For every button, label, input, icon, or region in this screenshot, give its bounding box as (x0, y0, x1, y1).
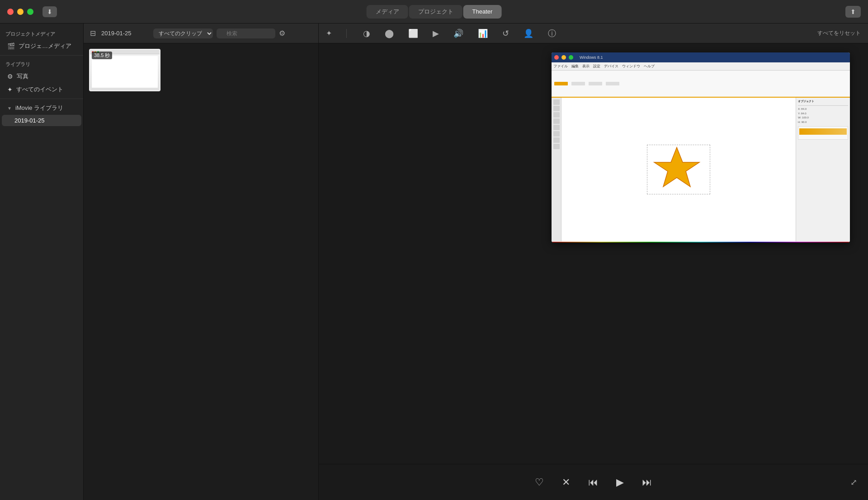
preview-panel: ✦ ◑ ⬤ ⬜ ▶ 🔊 📊 ↺ 👤 ⓘ すべてをリセット (319, 24, 868, 500)
win-right-panel: オブジェクト X: 84.0 Y: 84.0 W: 100.0 H: 90.0 (796, 98, 850, 241)
ribbon-tab-3 (606, 82, 619, 85)
win-ribbon (552, 71, 850, 98)
color-button[interactable]: ⬤ (383, 28, 396, 39)
info-button[interactable]: ⓘ (546, 27, 558, 40)
sidebar-item-project-media[interactable]: 🎬 プロジェ…メディア (2, 40, 81, 52)
win-titlebar: Windows 8.1 (552, 52, 850, 62)
gear-button[interactable]: ⚙ (279, 29, 285, 38)
menu-file: ファイル (553, 64, 568, 69)
win-tool-3 (553, 112, 560, 118)
windows-screen: Windows 8.1 ファイル 編集 表示 設定 デバイス ウィンドウ ヘルプ (552, 52, 850, 242)
preview-area: Windows 8.1 ファイル 編集 表示 設定 デバイス ウィンドウ ヘルプ (319, 43, 868, 464)
star-svg (647, 145, 706, 190)
chart-button[interactable]: 📊 (476, 28, 490, 39)
ribbon-tab-2 (589, 82, 602, 85)
inspector-toolbar: ✦ ◑ ⬤ ⬜ ▶ 🔊 📊 ↺ 👤 ⓘ すべてをリセット (319, 24, 868, 43)
project-media-icon: 🎬 (7, 42, 15, 50)
project-media-section-label: プロジェクトメディア (0, 28, 83, 39)
video-button[interactable]: ▶ (431, 28, 441, 39)
gradient-bar (799, 128, 847, 135)
color-preview-box (798, 126, 848, 140)
win-tool-6 (553, 131, 560, 137)
tab-theater[interactable]: Theater (463, 5, 502, 19)
sidebar-item-photos[interactable]: ⚙ 写真 (2, 70, 81, 83)
person-button[interactable]: 👤 (522, 28, 535, 39)
download-button[interactable]: ⬇ (42, 6, 57, 17)
right-panel-divider (798, 105, 848, 106)
media-content: 38.5 秒 (84, 43, 318, 500)
selection-box (647, 145, 710, 194)
sidebar: プロジェクトメディア 🎬 プロジェ…メディア ライブラリ ⚙ 写真 ✦ すべての… (0, 24, 84, 500)
search-input[interactable] (217, 28, 275, 38)
win-canvas-area: オブジェクト X: 84.0 Y: 84.0 W: 100.0 H: 90.0 (552, 98, 850, 241)
menu-window: ウィンドウ (622, 64, 640, 69)
minimize-button[interactable] (17, 9, 24, 15)
traffic-lights: ⬇ (0, 6, 57, 17)
sidebar-toggle-button[interactable]: ⊟ (88, 28, 98, 38)
win-close-dot (554, 55, 559, 60)
media-panel: ⊟ 2019-01-25 すべてのクリップ 🔍 ⚙ (84, 24, 319, 500)
clip-duration-badge: 38.5 秒 (92, 52, 112, 59)
search-wrapper: 🔍 (217, 28, 275, 38)
all-events-icon: ✦ (7, 86, 13, 93)
win-color-bar (552, 241, 850, 242)
menu-view: 表示 (582, 64, 590, 69)
svg-marker-0 (654, 147, 699, 187)
ribbon-tab-active (554, 82, 568, 85)
menu-device: デバイス (604, 64, 618, 69)
collapse-triangle-icon: ▼ (7, 106, 12, 111)
titlebar: ⬇ メディア プロジェクト Theater ⬆ (0, 0, 868, 24)
library-section-label: ライブラリ (0, 58, 83, 70)
win-title-text: Windows 8.1 (580, 55, 603, 60)
audio-button[interactable]: 🔊 (452, 28, 465, 39)
win-tool-5 (553, 125, 560, 130)
win-tools-panel (552, 98, 561, 241)
skip-forward-button[interactable]: ⏭ (640, 475, 654, 490)
media-toolbar: ⊟ 2019-01-25 すべてのクリップ 🔍 ⚙ (84, 24, 318, 43)
win-tool-1 (553, 99, 560, 105)
win-tool-8 (553, 144, 560, 149)
sidebar-divider-1 (0, 55, 83, 56)
sidebar-item-date[interactable]: 2019-01-25 (2, 115, 81, 126)
fullscreen-button[interactable] (27, 9, 33, 15)
win-tool-7 (553, 137, 560, 143)
clip-filter-dropdown[interactable]: すべてのクリップ (153, 28, 213, 38)
clip-thumbnail[interactable]: 38.5 秒 (89, 49, 160, 91)
media-date-label: 2019-01-25 (101, 30, 132, 37)
ribbon-tab-1 (571, 82, 585, 85)
sidebar-item-all-events[interactable]: ✦ すべてのイベント (2, 83, 81, 96)
menu-edit: 編集 (571, 64, 579, 69)
win-menu-bar: ファイル 編集 表示 設定 デバイス ウィンドウ ヘルプ (552, 62, 850, 71)
main-layout: プロジェクトメディア 🎬 プロジェ…メディア ライブラリ ⚙ 写真 ✦ すべての… (0, 24, 868, 500)
crop-button[interactable]: ⬜ (406, 28, 420, 39)
win-tool-2 (553, 106, 560, 111)
playback-bar: ♡ ✕ ⏮ ▶ ⏭ ⤢ (319, 464, 868, 500)
tab-group: メディア プロジェクト Theater (367, 5, 502, 19)
tab-project[interactable]: プロジェクト (409, 5, 462, 19)
video-preview: Windows 8.1 ファイル 編集 表示 設定 デバイス ウィンドウ ヘルプ (552, 52, 850, 242)
thumbnail-content (92, 56, 158, 88)
sidebar-item-imovie-library[interactable]: ▼ iMovie ライブラリ (2, 102, 81, 114)
play-button[interactable]: ▶ (614, 475, 626, 490)
wand-button[interactable]: ✦ (326, 29, 332, 38)
fullscreen-button[interactable]: ⤢ (850, 477, 857, 487)
right-panel-title: オブジェクト (798, 99, 848, 104)
share-button[interactable]: ⬆ (845, 6, 861, 18)
win-max-dot (569, 55, 573, 60)
win-tool-4 (553, 118, 560, 124)
favorite-button[interactable]: ♡ (533, 475, 546, 490)
right-panel-properties: X: 84.0 Y: 84.0 W: 100.0 H: 90.0 (798, 107, 848, 124)
photos-icon: ⚙ (7, 73, 13, 80)
menu-help: ヘルプ (644, 64, 655, 69)
close-button[interactable] (7, 9, 14, 15)
win-min-dot (561, 55, 566, 60)
win-canvas (561, 98, 796, 241)
skip-back-button[interactable]: ⏮ (586, 475, 600, 490)
reset-button[interactable]: すべてをリセット (817, 29, 861, 37)
tab-media[interactable]: メディア (367, 5, 408, 19)
menu-settings: 設定 (593, 64, 600, 69)
sidebar-divider-2 (0, 99, 83, 99)
reject-button[interactable]: ✕ (560, 475, 572, 490)
speed-button[interactable]: ↺ (500, 28, 511, 39)
balance-button[interactable]: ◑ (361, 28, 372, 39)
